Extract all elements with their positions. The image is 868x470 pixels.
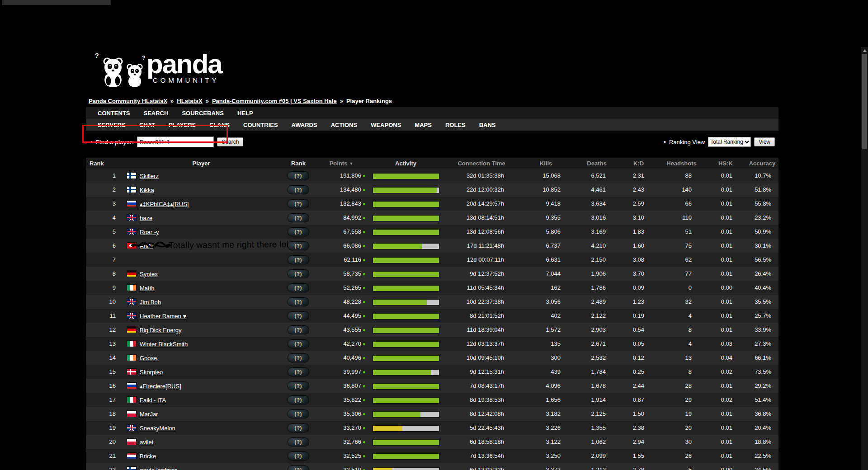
deaths-cell: 1,784	[574, 365, 619, 379]
connection-time-cell: 6d 18:58:18h	[445, 435, 518, 449]
player-link[interactable]: Kikka	[140, 187, 154, 193]
deaths-cell: 2,532	[574, 351, 619, 365]
points-value: 32,766	[343, 438, 361, 445]
view-button[interactable]: View	[754, 137, 775, 146]
accuracy-cell: 35.5%	[746, 295, 778, 309]
search-button[interactable]: Search	[217, 137, 243, 146]
player-link[interactable]: gordo lardman	[140, 467, 178, 470]
menu-item-clans[interactable]: CLANS	[209, 122, 230, 128]
breadcrumb-item[interactable]: Panda-Community.com #05 | VS Saxton Hale	[212, 98, 337, 104]
table-row: 18MarJar(?)35,3068d 12:42:08h3,1822,1251…	[86, 407, 778, 421]
rank-cell: 12	[86, 323, 122, 337]
table-row: 10Jim Bob(?)48,22810d 22:37:38h3,0562,48…	[86, 295, 778, 309]
player-link[interactable]: Winter BlackSmith	[140, 341, 188, 348]
player-link[interactable]: Big Dick Energy	[140, 327, 181, 334]
menu-item-maps[interactable]: MAPS	[415, 122, 432, 128]
kd-cell: 3.10	[619, 211, 658, 225]
menu-item-sourcebans[interactable]: SOURCEBANS	[182, 110, 223, 117]
menu-item-roles[interactable]: ROLES	[445, 122, 466, 128]
browser-tab[interactable]	[2, 0, 111, 5]
activity-bar	[373, 384, 439, 389]
player-cell: Roar -y	[122, 225, 280, 239]
menu-item-servers[interactable]: SERVERS	[98, 122, 126, 128]
activity-bar-fill	[373, 356, 439, 361]
column-header-player: Player	[122, 158, 280, 169]
rank-badge-icon: (?)	[288, 185, 309, 194]
trend-up-dot-icon	[363, 217, 365, 219]
player-link[interactable]: Falki - ITA	[140, 397, 166, 404]
menu-item-actions[interactable]: ACTIONS	[331, 122, 358, 128]
ranking-view-group: • Ranking View Total Ranking View	[664, 137, 775, 147]
column-sort-link[interactable]: Kills	[540, 160, 552, 167]
player-link[interactable]: ▴‡KPbICA‡▴[RUS]	[140, 201, 189, 207]
player-link[interactable]: SneakyMelon	[140, 425, 175, 432]
column-sort-link[interactable]: Player	[192, 160, 210, 167]
deaths-cell: 1,786	[574, 281, 619, 295]
player-link[interactable]: Skillerz	[140, 173, 159, 179]
player-link[interactable]: avilet	[140, 439, 153, 446]
menu-item-players[interactable]: PLAYERS	[169, 122, 196, 128]
breadcrumb-item[interactable]: Panda Community HLstatsX	[89, 98, 167, 104]
points-value: 42,270	[343, 340, 361, 347]
column-sort-link[interactable]: Rank	[291, 160, 306, 167]
player-link[interactable]: Heather Ramen ♥	[140, 313, 186, 320]
menu-item-chat[interactable]: CHAT	[139, 122, 155, 128]
ie-flag-icon	[127, 284, 137, 291]
menu-item-weapons[interactable]: WEAPONS	[371, 122, 401, 128]
player-link[interactable]: Matth	[140, 285, 155, 291]
gb-flag-icon	[127, 312, 137, 319]
kd-cell: 0.19	[619, 309, 658, 323]
player-link[interactable]: Syntex	[140, 271, 158, 277]
player-link[interactable]: Goose.	[140, 355, 159, 362]
headshots-cell: 4	[658, 337, 705, 351]
player-link[interactable]: ▴Fireclere[RUS]	[140, 383, 181, 390]
activity-bar-fill	[373, 188, 437, 193]
table-row: 14Goose.(?)40,49610d 09:45:10h3002,5320.…	[86, 351, 778, 365]
player-link[interactable]: haze	[140, 215, 152, 221]
column-sort-link[interactable]: Headshots	[666, 160, 696, 167]
gb-flag-icon	[127, 214, 137, 221]
trend-up-dot-icon	[363, 413, 365, 415]
connection-time-cell: 5d 22:45:43h	[445, 421, 518, 435]
kd-cell: 2.38	[619, 421, 658, 435]
menu-item-help[interactable]: HELP	[237, 110, 253, 117]
column-header-deaths: Deaths	[574, 158, 619, 169]
points-cell: 66,086	[316, 239, 366, 253]
scrollbar-thumb[interactable]	[862, 54, 867, 149]
headshots-cell: 8	[658, 365, 705, 379]
activity-bar-fill	[373, 272, 439, 277]
activity-cell	[366, 435, 445, 449]
menu-item-bans[interactable]: BANS	[479, 122, 496, 128]
rank-cell: 10	[86, 295, 122, 309]
breadcrumb-item[interactable]: HLstatsX	[177, 98, 202, 104]
headshots-cell: 62	[658, 253, 705, 267]
hsk-cell: 0.01	[705, 267, 746, 281]
player-link[interactable]: Skorpieo	[140, 369, 163, 376]
column-label: Activity	[395, 160, 416, 167]
ie-flag-icon	[127, 354, 137, 361]
find-player-input[interactable]	[137, 136, 214, 147]
column-sort-link[interactable]: K:D	[633, 160, 644, 167]
menu-item-contents[interactable]: CONTENTS	[98, 110, 130, 117]
hsk-cell: 0.00	[705, 463, 746, 470]
column-sort-link[interactable]: Accuracy	[749, 160, 776, 167]
menu-item-countries[interactable]: COUNTRIES	[243, 122, 278, 128]
player-link[interactable]: Roar -y	[140, 229, 159, 235]
ranking-view-select[interactable]: Total Ranking	[708, 137, 751, 147]
hsk-cell: 0.02	[705, 365, 746, 379]
menu-item-awards[interactable]: AWARDS	[292, 122, 317, 128]
column-sort-link[interactable]: Deaths	[587, 160, 606, 167]
player-link[interactable]: Jim Bob	[140, 299, 161, 306]
scrollbar-up-arrow-icon[interactable]	[863, 49, 867, 52]
player-link[interactable]: Bricke	[140, 453, 156, 460]
menu-item-search[interactable]: SEARCH	[144, 110, 169, 117]
activity-bar-fill	[373, 286, 439, 291]
column-sort-link[interactable]: Connection Time	[458, 160, 505, 167]
rank-cell: 8	[86, 267, 122, 281]
player-link[interactable]: MarJar	[140, 411, 158, 418]
vertical-scrollbar[interactable]	[861, 47, 868, 470]
headshots-cell: 88	[658, 169, 705, 183]
column-sort-link[interactable]: HS:K	[718, 160, 733, 167]
activity-bar-fill	[373, 216, 439, 221]
column-sort-link[interactable]: Points	[330, 160, 348, 167]
